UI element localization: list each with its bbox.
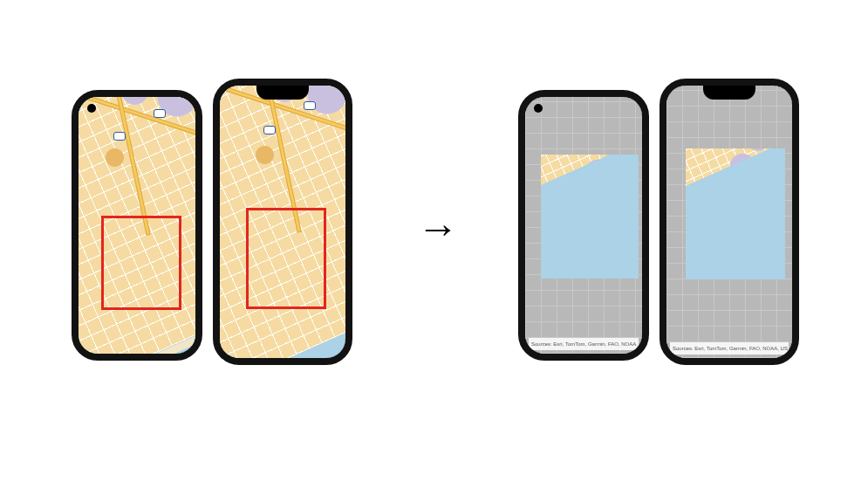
extent-box bbox=[101, 216, 181, 310]
camera-hole-icon bbox=[534, 104, 543, 113]
notch-icon bbox=[256, 86, 309, 100]
map-attribution: Sources: Esri, TomTom, Garmin, FAO, NOAA… bbox=[529, 338, 639, 350]
arrow-icon: → bbox=[417, 208, 459, 250]
route-shield-icon bbox=[304, 101, 316, 110]
camera-hole-icon bbox=[87, 104, 96, 113]
clipped-map-iphone bbox=[686, 148, 785, 279]
route-shield-icon bbox=[263, 126, 276, 134]
clipped-map-android bbox=[541, 155, 639, 279]
before-phone-android bbox=[72, 90, 202, 361]
attribution-sources: Sources: Esri, TomTom, Garmin, FAO, NOAA… bbox=[531, 341, 639, 347]
extent-box bbox=[246, 208, 326, 309]
notch-icon bbox=[703, 86, 755, 100]
map-attribution: Sources: Esri, TomTom, Garmin, FAO, NOAA… bbox=[670, 342, 789, 355]
route-shield-icon bbox=[113, 132, 126, 141]
before-phone-iphone bbox=[213, 79, 352, 365]
after-phone-android: Sources: Esri, TomTom, Garmin, FAO, NOAA… bbox=[518, 90, 649, 361]
route-shield-icon bbox=[154, 109, 166, 118]
diagram-stage: → Sources: Esri, TomTom, Garmin, FAO, NO… bbox=[0, 0, 868, 489]
attribution-sources: Sources: Esri, TomTom, Garmin, FAO, NOAA… bbox=[673, 346, 789, 351]
after-phone-iphone: Sources: Esri, TomTom, Garmin, FAO, NOAA… bbox=[660, 79, 799, 365]
